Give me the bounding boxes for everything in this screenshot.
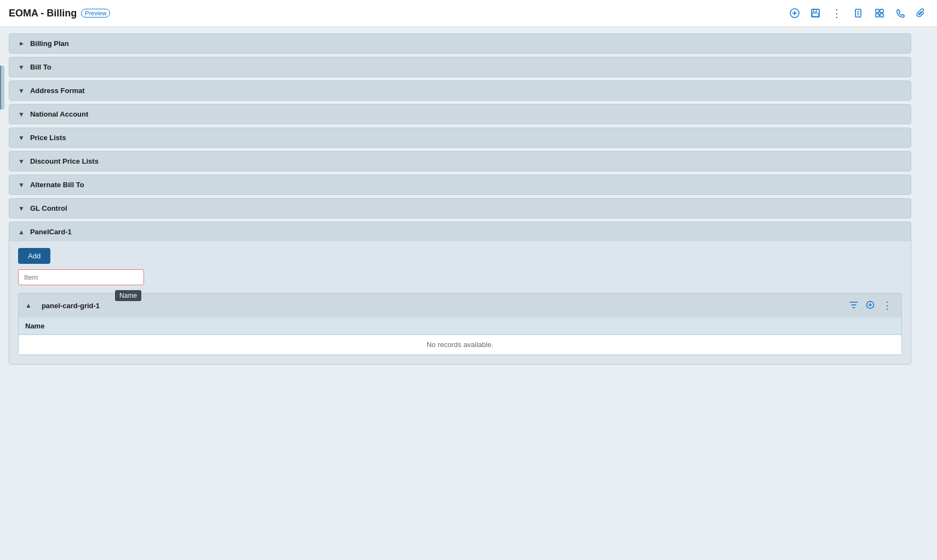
section-address-format: ▼ Address Format xyxy=(9,80,911,101)
attachment-button[interactable] xyxy=(914,6,928,20)
chevron-price-lists-icon: ▼ xyxy=(18,134,25,142)
page-title: EOMA - Billing xyxy=(9,8,77,19)
item-input[interactable] xyxy=(18,269,144,285)
filter-button[interactable] xyxy=(847,299,861,313)
section-panel-card-1-title: PanelCard-1 xyxy=(30,228,72,236)
section-address-format-header[interactable]: ▼ Address Format xyxy=(9,81,911,100)
section-national-account-title: National Account xyxy=(30,110,88,118)
sub-panel-title-area: ▲ panel-card-grid-1 Name xyxy=(25,302,104,310)
col-header-name-label: Name xyxy=(25,322,44,330)
filter-icon xyxy=(849,301,858,309)
section-price-lists-header[interactable]: ▼ Price Lists xyxy=(9,128,911,147)
name-tooltip: Name xyxy=(115,290,141,301)
section-billing-plan-title: Billing Plan xyxy=(30,39,69,48)
chevron-billing-plan-icon: ▼ xyxy=(18,41,25,47)
section-price-lists-title: Price Lists xyxy=(30,134,66,142)
add-button[interactable] xyxy=(787,6,802,20)
doc-view-button[interactable] xyxy=(852,6,866,20)
chevron-panel-card-1-icon: ▲ xyxy=(18,228,25,236)
panel-card-1-body: Add ▲ panel-card-grid-1 Name xyxy=(9,241,911,364)
section-gl-control-title: GL Control xyxy=(30,204,67,212)
section-discount-price-lists: ▼ Discount Price Lists xyxy=(9,151,911,171)
more-options-button[interactable]: ⋮ xyxy=(829,4,845,22)
left-tab-line xyxy=(0,66,1,109)
chevron-sub-panel-icon: ▲ xyxy=(25,302,32,309)
save-button[interactable] xyxy=(808,6,823,20)
section-billing-plan: ▼ Billing Plan xyxy=(9,33,911,54)
chevron-bill-to-icon: ▼ xyxy=(18,63,25,71)
main-content: ▼ Billing Plan ▼ Bill To ▼ Address Forma… xyxy=(0,27,920,374)
section-discount-price-lists-header[interactable]: ▼ Discount Price Lists xyxy=(9,152,911,171)
save-icon xyxy=(810,8,820,18)
svg-rect-12 xyxy=(876,14,879,17)
more-icon: ⋮ xyxy=(831,7,843,20)
section-gl-control-header[interactable]: ▼ GL Control xyxy=(9,199,911,218)
sub-panel-grid-title: panel-card-grid-1 xyxy=(42,302,100,310)
svg-rect-10 xyxy=(876,9,879,13)
section-panel-card-1: ▲ PanelCard-1 Add ▲ panel-card-grid-1 xyxy=(9,222,911,365)
header-right: ⋮ xyxy=(787,4,928,22)
section-bill-to-title: Bill To xyxy=(30,63,51,71)
section-alternate-bill-to-header[interactable]: ▼ Alternate Bill To xyxy=(9,175,911,194)
section-alternate-bill-to: ▼ Alternate Bill To xyxy=(9,175,911,195)
grid-more-icon: ⋮ xyxy=(882,300,892,311)
svg-rect-11 xyxy=(880,9,883,13)
phone-button[interactable] xyxy=(893,6,907,20)
section-discount-price-lists-title: Discount Price Lists xyxy=(30,157,99,165)
section-alternate-bill-to-title: Alternate Bill To xyxy=(30,181,84,189)
section-address-format-title: Address Format xyxy=(30,86,85,95)
section-national-account: ▼ National Account xyxy=(9,104,911,124)
grid-table: Name No records available. xyxy=(19,317,901,355)
add-col-icon xyxy=(866,301,875,309)
grid-more-button[interactable]: ⋮ xyxy=(879,298,895,313)
col-header-name: Name xyxy=(19,317,901,335)
doc-icon xyxy=(854,8,864,18)
svg-rect-13 xyxy=(880,14,883,17)
chevron-national-account-icon: ▼ xyxy=(18,111,25,118)
section-billing-plan-header[interactable]: ▼ Billing Plan xyxy=(9,34,911,53)
section-bill-to: ▼ Bill To xyxy=(9,57,911,77)
section-price-lists: ▼ Price Lists xyxy=(9,128,911,148)
add-icon xyxy=(790,8,800,18)
header-bar: EOMA - Billing Preview ⋮ xyxy=(0,0,937,27)
sub-panel-grid: ▲ panel-card-grid-1 Name xyxy=(18,293,902,355)
section-panel-card-1-header[interactable]: ▲ PanelCard-1 xyxy=(9,222,911,241)
add-record-button[interactable]: Add xyxy=(18,248,50,264)
attachment-icon xyxy=(916,8,926,18)
chevron-address-format-icon: ▼ xyxy=(18,87,25,95)
header-left: EOMA - Billing Preview xyxy=(9,8,110,19)
empty-row: No records available. xyxy=(19,335,901,355)
chevron-alternate-bill-to-icon: ▼ xyxy=(18,181,25,189)
section-gl-control: ▼ GL Control xyxy=(9,198,911,218)
empty-message: No records available. xyxy=(19,335,901,355)
layout-button[interactable] xyxy=(872,6,887,20)
sub-panel-grid-header[interactable]: ▲ panel-card-grid-1 Name xyxy=(19,293,901,317)
main-scroll-area: ▼ Billing Plan ▼ Bill To ▼ Address Forma… xyxy=(0,27,937,374)
add-column-button[interactable] xyxy=(863,299,877,313)
section-bill-to-header[interactable]: ▼ Bill To xyxy=(9,57,911,77)
phone-icon xyxy=(895,8,905,18)
chevron-gl-control-icon: ▼ xyxy=(18,205,25,212)
preview-badge: Preview xyxy=(81,9,110,18)
section-national-account-header[interactable]: ▼ National Account xyxy=(9,105,911,124)
chevron-discount-price-lists-icon: ▼ xyxy=(18,158,25,165)
svg-rect-5 xyxy=(812,13,819,16)
layout-icon xyxy=(875,8,884,18)
grid-table-container: Name No records available. xyxy=(19,317,901,355)
sub-panel-actions: ⋮ xyxy=(847,298,895,313)
